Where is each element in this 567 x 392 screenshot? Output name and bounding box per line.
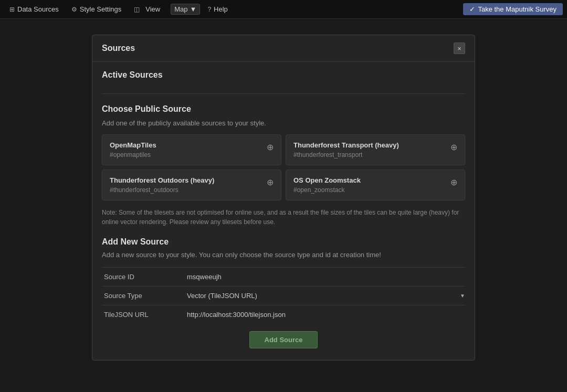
add-source-button-label: Add Source (265, 336, 303, 344)
source-card-info-2: Thunderforest Outdoors (heavy) #thunderf… (110, 176, 214, 194)
modal-close-button[interactable]: × (454, 43, 465, 54)
add-source-icon-1[interactable]: ⊕ (450, 142, 457, 152)
source-card-id-2: #thunderforest_outdoors (110, 186, 214, 194)
source-card-id-0: #openmaptiles (110, 151, 156, 158)
view-mode-arrow: ▼ (190, 5, 197, 13)
modal-header: Sources × (92, 35, 475, 62)
add-new-source-title: Add New Source (102, 237, 465, 247)
source-cards-grid: OpenMapTiles #openmaptiles ⊕ Thunderfore… (102, 134, 465, 200)
survey-label: Take the Maputnik Survey (478, 5, 556, 13)
source-card-id-3: #open_zoomstack (293, 186, 361, 194)
active-sources-section (102, 85, 465, 94)
source-type-select[interactable]: Vector (TileJSON URL) ▼ (187, 292, 465, 300)
source-id-value[interactable]: msqweeujh (187, 273, 465, 281)
gear-icon: ⚙ (71, 6, 77, 13)
help-label: Help (214, 5, 228, 13)
modal-body: Active Sources Choose Public Source Add … (92, 62, 475, 360)
source-card-id-1: #thunderforest_transport (293, 151, 399, 158)
form-row-tilejson-url: TileJSON URL http://localhost:3000/tilej… (102, 305, 465, 324)
source-card-name-2: Thunderforest Outdoors (heavy) (110, 176, 214, 184)
tilejson-url-label: TileJSON URL (102, 311, 181, 319)
add-new-source-section: Add New Source Add a new source to your … (102, 237, 465, 348)
add-source-icon-0[interactable]: ⊕ (267, 142, 274, 152)
view-mode-value: Map (174, 5, 187, 13)
survey-icon: ✓ (469, 5, 475, 13)
view-icon: ◫ (134, 6, 140, 13)
add-source-button[interactable]: Add Source (249, 331, 318, 348)
help-icon: ? (207, 6, 211, 13)
choose-public-title: Choose Public Source (102, 104, 465, 114)
form-row-source-id: Source ID msqweeujh (102, 267, 465, 286)
view-label: View (142, 5, 163, 13)
source-card-os-zoomstack[interactable]: OS Open Zoomstack #open_zoomstack ⊕ (286, 169, 465, 200)
source-id-label: Source ID (102, 273, 181, 281)
source-card-thunderforest-transport[interactable]: Thunderforest Transport (heavy) #thunder… (286, 134, 465, 165)
data-sources-label: Data Sources (17, 5, 59, 13)
database-icon: ⊞ (9, 6, 15, 13)
source-card-openmaptiles[interactable]: OpenMapTiles #openmaptiles ⊕ (102, 134, 281, 165)
style-settings-label: Style Settings (80, 5, 122, 13)
add-source-icon-3[interactable]: ⊕ (450, 177, 457, 187)
source-type-label: Source Type (102, 292, 181, 300)
close-icon: × (457, 45, 461, 52)
source-card-info-3: OS Open Zoomstack #open_zoomstack (293, 176, 361, 194)
choose-public-subtitle: Add one of the publicly available source… (102, 119, 465, 127)
source-type-arrow: ▼ (460, 293, 465, 299)
active-sources-title: Active Sources (102, 70, 465, 80)
source-card-thunderforest-outdoors[interactable]: Thunderforest Outdoors (heavy) #thunderf… (102, 169, 281, 200)
view-mode-select[interactable]: Map ▼ (171, 4, 200, 15)
source-card-name-0: OpenMapTiles (110, 141, 156, 149)
view-nav[interactable]: ◫ View (129, 3, 169, 15)
data-sources-nav[interactable]: ⊞ Data Sources (4, 3, 64, 15)
add-new-source-subtitle: Add a new source to your style. You can … (102, 251, 465, 259)
note-text: Note: Some of the tilesets are not optim… (102, 208, 465, 227)
source-card-info-1: Thunderforest Transport (heavy) #thunder… (293, 141, 399, 158)
add-source-icon-2[interactable]: ⊕ (267, 177, 274, 187)
help-nav[interactable]: ? Help (202, 3, 233, 15)
style-settings-nav[interactable]: ⚙ Style Settings (66, 3, 127, 15)
sources-modal: Sources × Active Sources Choose Public S… (92, 35, 475, 361)
tilejson-url-value[interactable]: http://localhost:3000/tilejson.json (187, 311, 465, 319)
source-card-name-3: OS Open Zoomstack (293, 176, 361, 184)
main-content: Sources × Active Sources Choose Public S… (0, 19, 567, 392)
source-card-name-1: Thunderforest Transport (heavy) (293, 141, 399, 149)
source-card-info-0: OpenMapTiles #openmaptiles (110, 141, 156, 158)
survey-button[interactable]: ✓ Take the Maputnik Survey (463, 3, 563, 15)
navbar: ⊞ Data Sources ⚙ Style Settings ◫ View M… (0, 0, 567, 19)
form-row-source-type: Source Type Vector (TileJSON URL) ▼ (102, 286, 465, 305)
modal-title: Sources (102, 44, 135, 53)
source-type-value: Vector (TileJSON URL) (187, 292, 257, 300)
